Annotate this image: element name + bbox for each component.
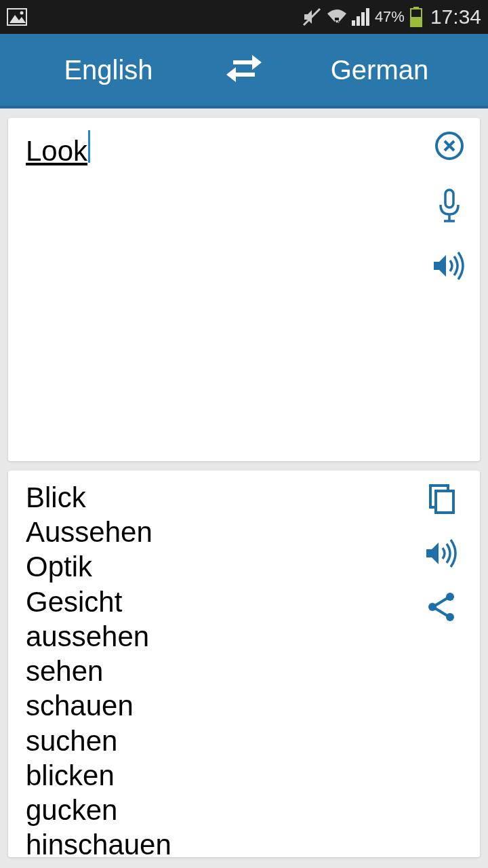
mute-icon <box>302 7 322 27</box>
svg-rect-7 <box>361 12 365 26</box>
source-language-button[interactable]: English <box>0 55 217 85</box>
svg-rect-6 <box>357 16 360 26</box>
image-icon <box>7 8 27 26</box>
copy-button[interactable] <box>428 484 456 515</box>
translate-input[interactable]: Look <box>26 130 462 449</box>
wifi-icon <box>326 8 348 26</box>
translation-item: schauen <box>26 688 422 723</box>
svg-rect-15 <box>445 190 453 208</box>
svg-rect-5 <box>352 20 355 26</box>
speak-output-button[interactable] <box>425 538 459 568</box>
svg-rect-8 <box>366 8 369 26</box>
svg-point-2 <box>20 12 24 15</box>
text-cursor <box>88 130 90 163</box>
svg-line-24 <box>435 608 447 616</box>
translation-item: gucken <box>26 793 422 827</box>
signal-icon <box>352 8 371 26</box>
swap-icon <box>225 55 263 85</box>
clock-time: 17:34 <box>430 5 481 28</box>
translation-item: aussehen <box>26 619 422 654</box>
language-header: English German <box>0 34 488 108</box>
translation-item: Aussehen <box>26 515 422 549</box>
svg-line-23 <box>435 598 447 606</box>
input-card: Look <box>8 118 480 461</box>
svg-marker-1 <box>9 15 26 23</box>
speak-input-button[interactable] <box>432 251 466 281</box>
translation-item: Gesicht <box>26 585 422 619</box>
translation-item: blicken <box>26 758 422 793</box>
output-card: Blick Aussehen Optik Gesicht aussehen se… <box>8 471 480 857</box>
share-button[interactable] <box>427 591 457 623</box>
translation-item: sehen <box>26 654 422 688</box>
battery-percent: 47% <box>375 8 405 26</box>
translation-item: Blick <box>26 480 422 515</box>
input-text: Look <box>26 135 87 167</box>
status-bar: 47% 17:34 <box>0 0 488 34</box>
translation-item: suchen <box>26 724 422 758</box>
battery-icon <box>410 7 422 27</box>
target-language-button[interactable]: German <box>271 55 488 85</box>
clear-button[interactable] <box>434 130 465 161</box>
microphone-button[interactable] <box>435 189 464 224</box>
svg-rect-19 <box>436 491 453 513</box>
swap-languages-button[interactable] <box>217 55 271 85</box>
translation-item: Optik <box>26 549 422 584</box>
translation-list: Blick Aussehen Optik Gesicht aussehen se… <box>26 480 422 857</box>
svg-rect-11 <box>411 17 422 26</box>
translation-item: hinschauen <box>26 827 422 857</box>
